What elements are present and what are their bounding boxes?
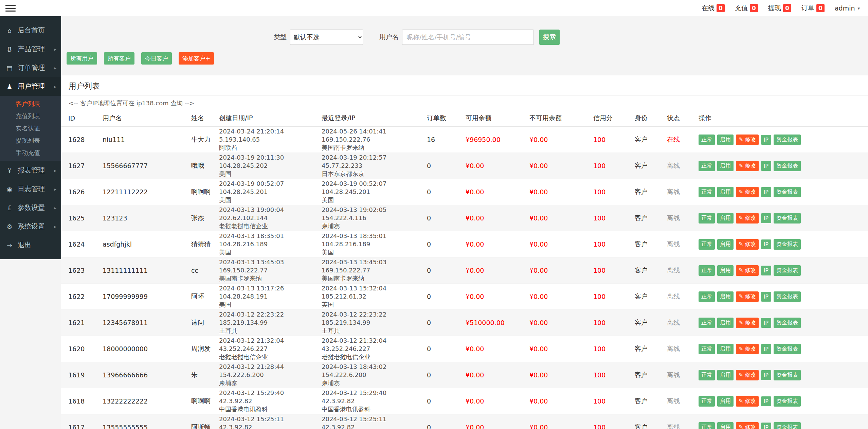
sidebar-item-manual-recharge[interactable]: 手动充值 — [0, 147, 61, 159]
ip-button[interactable]: IP — [761, 396, 771, 406]
stat-recharge[interactable]: 充值 0 — [735, 4, 758, 13]
sidebar-item-recharge-list[interactable]: 充值列表 — [0, 110, 61, 122]
cell-credit-score: 100 — [593, 319, 635, 326]
edit-button[interactable]: ✎ 修改 — [736, 187, 759, 197]
fund-report-button[interactable]: 资金报表 — [774, 265, 801, 276]
username-input[interactable] — [402, 30, 534, 45]
sidebar-item-reports[interactable]: ¥ 报表管理 ▸ — [0, 161, 61, 180]
status-normal-button[interactable]: 正常 — [699, 318, 715, 328]
edit-button[interactable]: ✎ 修改 — [736, 213, 759, 224]
ip-button[interactable]: IP — [761, 239, 771, 249]
fund-report-button[interactable]: 资金报表 — [774, 291, 801, 302]
stat-withdraw[interactable]: 提现 0 — [768, 4, 791, 13]
edit-button[interactable]: ✎ 修改 — [736, 291, 759, 302]
enable-button[interactable]: 启用 — [717, 318, 734, 328]
ip-button[interactable]: IP — [761, 423, 771, 429]
enable-button[interactable]: 启用 — [717, 370, 734, 380]
cell-last-login: 2024-03-12 22:23:22 185.219.134.99 土耳其 — [322, 310, 427, 335]
edit-icon: ✎ — [739, 136, 745, 143]
ip-button[interactable]: IP — [761, 187, 771, 197]
sidebar-item-withdraw-list[interactable]: 提现列表 — [0, 135, 61, 147]
cell-id: 1618 — [68, 397, 103, 405]
ip-button[interactable]: IP — [761, 318, 771, 328]
status-normal-button[interactable]: 正常 — [699, 213, 715, 224]
status-normal-button[interactable]: 正常 — [699, 239, 715, 250]
sidebar-item-settings[interactable]: ⚙ 系统设置 ▸ — [0, 217, 61, 236]
sidebar-item-users[interactable]: ♟ 用户管理 ▸ — [0, 77, 61, 96]
stat-orders[interactable]: 订单 0 — [801, 4, 825, 13]
all-users-button[interactable]: 所有用户 — [67, 52, 97, 65]
table-header: ID 用户名 姓名 创建日期/IP 最近登录/IP 订单数 可用余额 不可用余额… — [61, 110, 868, 127]
enable-button[interactable]: 启用 — [717, 265, 734, 276]
edit-button[interactable]: ✎ 修改 — [736, 135, 759, 145]
edit-button[interactable]: ✎ 修改 — [736, 239, 759, 250]
enable-button[interactable]: 启用 — [717, 213, 734, 224]
cell-available-balance: ¥0.00 — [466, 162, 529, 169]
enable-button[interactable]: 启用 — [717, 396, 734, 407]
fund-report-button[interactable]: 资金报表 — [774, 422, 801, 429]
ip-button[interactable]: IP — [761, 213, 771, 223]
enable-button[interactable]: 启用 — [717, 291, 734, 302]
fund-report-button[interactable]: 资金报表 — [774, 318, 801, 328]
enable-button[interactable]: 启用 — [717, 187, 734, 197]
status-normal-button[interactable]: 正常 — [699, 370, 715, 380]
enable-button[interactable]: 启用 — [717, 135, 734, 145]
cell-username: asdfghjkl — [103, 240, 191, 248]
edit-button[interactable]: ✎ 修改 — [736, 318, 759, 328]
edit-button[interactable]: ✎ 修改 — [736, 344, 759, 354]
add-customer-button[interactable]: 添加客户+ — [179, 52, 214, 65]
status-normal-button[interactable]: 正常 — [699, 161, 715, 171]
enable-button[interactable]: 启用 — [717, 422, 734, 429]
cell-role: 客户 — [635, 266, 667, 275]
status-normal-button[interactable]: 正常 — [699, 187, 715, 197]
fund-report-button[interactable]: 资金报表 — [774, 239, 801, 250]
admin-menu[interactable]: admin ▾ — [835, 4, 860, 12]
edit-button[interactable]: ✎ 修改 — [736, 161, 759, 171]
ip-button[interactable]: IP — [761, 161, 771, 171]
sidebar-item-logs[interactable]: ◉ 日志管理 ▸ — [0, 180, 61, 198]
sidebar-item-products[interactable]: Ƀ 产品管理 ▸ — [0, 40, 61, 58]
sidebar-item-orders[interactable]: ▤ 订单管理 ▸ — [0, 58, 61, 77]
admin-name: admin — [835, 4, 855, 12]
fund-report-button[interactable]: 资金报表 — [774, 161, 801, 171]
enable-button[interactable]: 启用 — [717, 239, 734, 250]
search-button[interactable]: 搜索 — [539, 30, 560, 45]
status-normal-button[interactable]: 正常 — [699, 265, 715, 276]
sidebar-item-home[interactable]: ⌂ 后台首页 — [0, 21, 61, 40]
edit-button[interactable]: ✎ 修改 — [736, 265, 759, 276]
all-customers-button[interactable]: 所有客户 — [104, 52, 134, 65]
stat-online[interactable]: 在线 0 — [702, 4, 725, 13]
sidebar-item-customer-list[interactable]: 客户列表 — [0, 98, 61, 110]
status-normal-button[interactable]: 正常 — [699, 291, 715, 302]
enable-button[interactable]: 启用 — [717, 344, 734, 354]
fund-report-button[interactable]: 资金报表 — [774, 135, 801, 145]
fund-report-button[interactable]: 资金报表 — [774, 396, 801, 407]
status-badge: 离线 — [667, 292, 699, 301]
fund-report-button[interactable]: 资金报表 — [774, 370, 801, 380]
status-normal-button[interactable]: 正常 — [699, 344, 715, 354]
enable-button[interactable]: 启用 — [717, 161, 734, 171]
fund-report-button[interactable]: 资金报表 — [774, 344, 801, 354]
status-normal-button[interactable]: 正常 — [699, 396, 715, 407]
edit-button[interactable]: ✎ 修改 — [736, 396, 759, 407]
today-customers-button[interactable]: 今日客户 — [141, 52, 172, 65]
ip-button[interactable]: IP — [761, 370, 771, 380]
fund-report-button[interactable]: 资金报表 — [774, 213, 801, 224]
sidebar-item-params[interactable]: £ 参数设置 ▸ — [0, 198, 61, 217]
fund-report-button[interactable]: 资金报表 — [774, 187, 801, 197]
edit-button[interactable]: ✎ 修改 — [736, 370, 759, 380]
cell-created: 2024-03-19 20:11:30 104.28.245.202 美国 — [219, 154, 322, 178]
status-normal-button[interactable]: 正常 — [699, 422, 715, 429]
status-normal-button[interactable]: 正常 — [699, 135, 715, 145]
ip-button[interactable]: IP — [761, 266, 771, 275]
ip-button[interactable]: IP — [761, 292, 771, 302]
cell-name: 阿环 — [191, 292, 219, 301]
ip-button[interactable]: IP — [761, 135, 771, 145]
edit-button[interactable]: ✎ 修改 — [736, 422, 759, 429]
ip-button[interactable]: IP — [761, 344, 771, 354]
menu-toggle-button[interactable] — [5, 3, 16, 13]
sidebar-item-logout[interactable]: → 退出 — [0, 236, 61, 254]
sidebar-item-realname-auth[interactable]: 实名认证 — [0, 122, 61, 135]
type-select[interactable]: 默认不选 — [290, 30, 363, 45]
sidebar-item-label: 产品管理 — [18, 44, 45, 54]
